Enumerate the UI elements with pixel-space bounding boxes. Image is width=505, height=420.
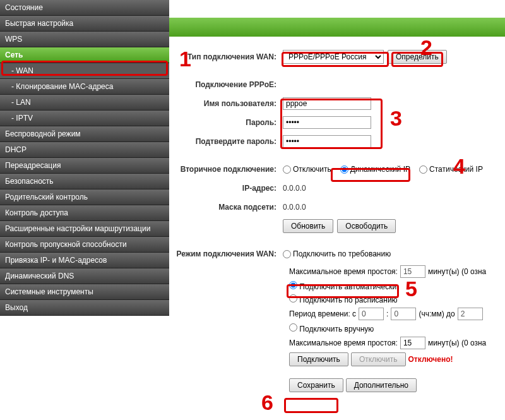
sidebar-item-dhcp[interactable]: DHCP — [0, 142, 169, 158]
save-button[interactable]: Сохранить — [289, 378, 343, 392]
mask-value: 0.0.0.0 — [283, 203, 306, 212]
sidebar-item-routing[interactable]: Расширенные настройки маршрутизации — [0, 221, 169, 237]
sidebar-item-status[interactable]: Состояние — [0, 0, 169, 16]
ip-value: 0.0.0.0 — [283, 184, 306, 193]
idle-input[interactable] — [400, 265, 425, 278]
sec-static-radio[interactable]: Статический IP — [419, 165, 483, 174]
sidebar-item-bandwidth[interactable]: Контроль пропускной способности — [0, 237, 169, 253]
disconnect-button[interactable]: Отключить — [351, 352, 406, 366]
mask-label: Маска подсети: — [175, 203, 283, 212]
sidebar: Состояние Быстрая настройка WPS Сеть - W… — [0, 0, 169, 420]
sidebar-item-wan[interactable]: - WAN — [0, 63, 169, 79]
sidebar-item-network[interactable]: Сеть — [0, 47, 169, 63]
idle-label: Максимальное время простоя: — [289, 267, 398, 276]
sec-disable-radio[interactable]: Отключить — [283, 165, 331, 174]
sidebar-item-ipmac[interactable]: Привязка IP- и MAC-адресов — [0, 253, 169, 268]
sidebar-item-macclone[interactable]: - Клонирование MAC-адреса — [0, 79, 169, 95]
idle2-suffix: минут(ы) (0 озна — [428, 339, 486, 347]
idle-suffix: минут(ы) (0 озна — [428, 267, 486, 276]
sidebar-item-wireless[interactable]: Беспроводной режим — [0, 126, 169, 142]
sidebar-item-parental[interactable]: Родительский контроль — [0, 189, 169, 205]
secondary-label: Вторичное подключение: — [175, 165, 283, 174]
connect-button[interactable]: Подключить — [289, 352, 348, 366]
password-input[interactable] — [283, 116, 371, 129]
period-from-m[interactable] — [391, 308, 416, 320]
ip-label: IP-адрес: — [175, 184, 283, 193]
username-input[interactable] — [283, 97, 371, 110]
mode-manual-radio[interactable]: Подключить вручную — [289, 323, 374, 333]
sidebar-item-access[interactable]: Контроль доступа — [0, 205, 169, 221]
sidebar-item-wps[interactable]: WPS — [0, 32, 169, 47]
sidebar-item-security[interactable]: Безопасность — [0, 174, 169, 189]
pppoe-section-label: Подключение PPPoE: — [175, 80, 283, 89]
idle2-input[interactable] — [400, 337, 425, 349]
period-from-h[interactable] — [359, 308, 384, 320]
main-content: Тип подключения WAN: PPPoE/PPPoE Россия … — [169, 0, 505, 420]
username-label: Имя пользователя: — [175, 99, 283, 108]
header-bar — [169, 18, 505, 37]
confirm-label: Подтвердите пароль: — [175, 137, 283, 146]
period-to-h[interactable] — [458, 308, 483, 320]
release-button[interactable]: Освободить — [337, 219, 396, 233]
wan-type-select[interactable]: PPPoE/PPPoE Россия — [283, 50, 384, 64]
mode-demand-radio[interactable]: Подключить по требованию — [283, 249, 391, 258]
mode-auto-radio[interactable]: Подключить автоматически — [289, 281, 396, 291]
advanced-button[interactable]: Дополнительно — [346, 378, 417, 392]
sidebar-item-ddns[interactable]: Динамический DNS — [0, 268, 169, 284]
renew-button[interactable]: Обновить — [283, 219, 333, 233]
detect-button[interactable]: Определить — [388, 50, 447, 64]
sidebar-item-iptv[interactable]: - IPTV — [0, 111, 169, 126]
sidebar-item-logout[interactable]: Выход — [0, 300, 169, 316]
wan-type-label: Тип подключения WAN: — [175, 52, 283, 61]
confirm-input[interactable] — [283, 135, 371, 148]
sidebar-item-forwarding[interactable]: Переадресация — [0, 158, 169, 174]
connection-status: Отключено! — [408, 355, 453, 364]
sidebar-item-system[interactable]: Системные инструменты — [0, 284, 169, 300]
sec-dynamic-radio[interactable]: Динамический IP — [340, 165, 410, 174]
password-label: Пароль: — [175, 118, 283, 127]
mode-time-radio[interactable]: Подключить по расписанию — [289, 294, 398, 304]
period-sep: (чч:мм) до — [419, 309, 454, 318]
idle2-label: Максимальное время простоя: — [289, 339, 398, 347]
sidebar-item-lan[interactable]: - LAN — [0, 95, 169, 111]
period-label: Период времени: с — [289, 309, 356, 318]
mode-label: Режим подключения WAN: — [175, 249, 283, 258]
sidebar-item-quicksetup[interactable]: Быстрая настройка — [0, 16, 169, 32]
